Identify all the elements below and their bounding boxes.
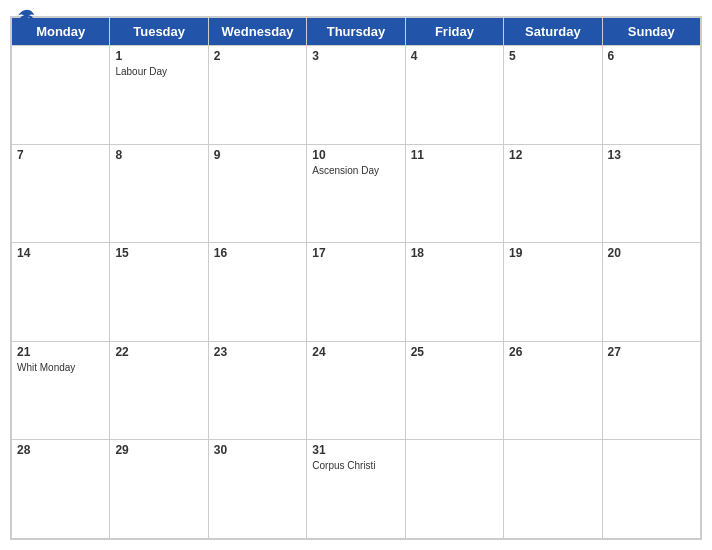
day-number: 4 bbox=[411, 49, 498, 63]
calendar-cell: 6 bbox=[602, 46, 700, 145]
calendar-cell: 27 bbox=[602, 341, 700, 440]
day-number: 5 bbox=[509, 49, 596, 63]
calendar-cell: 12 bbox=[504, 144, 602, 243]
calendar-cell: 15 bbox=[110, 243, 208, 342]
calendar-cell: 11 bbox=[405, 144, 503, 243]
holiday-label: Labour Day bbox=[115, 65, 202, 78]
calendar-cell: 31Corpus Christi bbox=[307, 440, 405, 539]
day-number: 26 bbox=[509, 345, 596, 359]
calendar-cell: 8 bbox=[110, 144, 208, 243]
weekday-saturday: Saturday bbox=[504, 18, 602, 46]
holiday-label: Whit Monday bbox=[17, 361, 104, 374]
calendar-cell bbox=[602, 440, 700, 539]
week-row-2: 78910Ascension Day111213 bbox=[12, 144, 701, 243]
day-number: 3 bbox=[312, 49, 399, 63]
day-number: 7 bbox=[17, 148, 104, 162]
weekday-header-row: MondayTuesdayWednesdayThursdayFridaySatu… bbox=[12, 18, 701, 46]
calendar-cell: 2 bbox=[208, 46, 306, 145]
calendar-cell: 13 bbox=[602, 144, 700, 243]
calendar-cell: 5 bbox=[504, 46, 602, 145]
day-number: 10 bbox=[312, 148, 399, 162]
holiday-label: Ascension Day bbox=[312, 164, 399, 177]
day-number: 30 bbox=[214, 443, 301, 457]
calendar-cell: 19 bbox=[504, 243, 602, 342]
day-number: 27 bbox=[608, 345, 695, 359]
calendar-cell: 20 bbox=[602, 243, 700, 342]
day-number: 16 bbox=[214, 246, 301, 260]
week-row-4: 21Whit Monday222324252627 bbox=[12, 341, 701, 440]
weekday-thursday: Thursday bbox=[307, 18, 405, 46]
week-row-5: 28293031Corpus Christi bbox=[12, 440, 701, 539]
calendar-cell: 21Whit Monday bbox=[12, 341, 110, 440]
calendar-grid: MondayTuesdayWednesdayThursdayFridaySatu… bbox=[10, 16, 702, 540]
day-number: 2 bbox=[214, 49, 301, 63]
day-number: 11 bbox=[411, 148, 498, 162]
day-number: 6 bbox=[608, 49, 695, 63]
day-number: 18 bbox=[411, 246, 498, 260]
weekday-wednesday: Wednesday bbox=[208, 18, 306, 46]
calendar-cell: 22 bbox=[110, 341, 208, 440]
calendar-cell: 16 bbox=[208, 243, 306, 342]
day-number: 21 bbox=[17, 345, 104, 359]
day-number: 9 bbox=[214, 148, 301, 162]
weekday-sunday: Sunday bbox=[602, 18, 700, 46]
calendar-cell: 1Labour Day bbox=[110, 46, 208, 145]
day-number: 15 bbox=[115, 246, 202, 260]
calendar-cell: 29 bbox=[110, 440, 208, 539]
day-number: 20 bbox=[608, 246, 695, 260]
day-number: 25 bbox=[411, 345, 498, 359]
day-number: 23 bbox=[214, 345, 301, 359]
logo-bird-icon bbox=[16, 8, 38, 26]
day-number: 12 bbox=[509, 148, 596, 162]
week-row-3: 14151617181920 bbox=[12, 243, 701, 342]
calendar-cell bbox=[405, 440, 503, 539]
day-number: 17 bbox=[312, 246, 399, 260]
day-number: 1 bbox=[115, 49, 202, 63]
calendar-cell: 17 bbox=[307, 243, 405, 342]
calendar-cell: 10Ascension Day bbox=[307, 144, 405, 243]
calendar-cell: 9 bbox=[208, 144, 306, 243]
calendar-cell: 14 bbox=[12, 243, 110, 342]
calendar-cell: 4 bbox=[405, 46, 503, 145]
week-row-1: 1Labour Day23456 bbox=[12, 46, 701, 145]
calendar-cell: 3 bbox=[307, 46, 405, 145]
calendar-cell: 25 bbox=[405, 341, 503, 440]
calendar-header bbox=[0, 0, 712, 16]
day-number: 14 bbox=[17, 246, 104, 260]
day-number: 24 bbox=[312, 345, 399, 359]
day-number: 31 bbox=[312, 443, 399, 457]
calendar-cell bbox=[504, 440, 602, 539]
calendar-cell: 28 bbox=[12, 440, 110, 539]
holiday-label: Corpus Christi bbox=[312, 459, 399, 472]
day-number: 13 bbox=[608, 148, 695, 162]
weekday-tuesday: Tuesday bbox=[110, 18, 208, 46]
logo bbox=[16, 8, 42, 26]
calendar-cell: 7 bbox=[12, 144, 110, 243]
calendar-cell bbox=[12, 46, 110, 145]
day-number: 29 bbox=[115, 443, 202, 457]
calendar-cell: 26 bbox=[504, 341, 602, 440]
day-number: 19 bbox=[509, 246, 596, 260]
day-number: 22 bbox=[115, 345, 202, 359]
calendar-cell: 23 bbox=[208, 341, 306, 440]
calendar-cell: 24 bbox=[307, 341, 405, 440]
day-number: 8 bbox=[115, 148, 202, 162]
day-number: 28 bbox=[17, 443, 104, 457]
calendar-cell: 30 bbox=[208, 440, 306, 539]
weekday-friday: Friday bbox=[405, 18, 503, 46]
calendar-cell: 18 bbox=[405, 243, 503, 342]
